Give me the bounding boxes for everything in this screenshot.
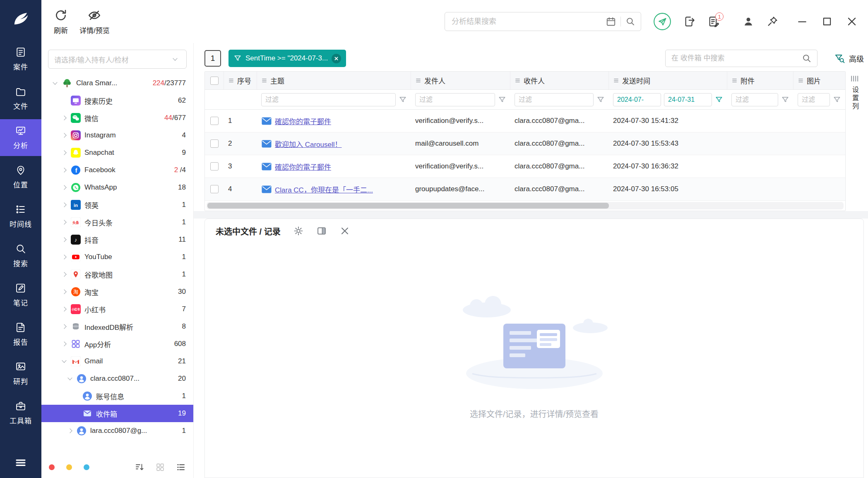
tree-item-facebook[interactable]: f Facebook 2 /4 — [41, 161, 193, 179]
tree-item-clara-root[interactable]: Clara Smar... 224/23777 — [41, 74, 193, 92]
mail-subject-link[interactable]: 歡迎加入 Carousell！ — [275, 139, 342, 149]
row-checkbox[interactable] — [210, 139, 219, 148]
tree-item-whatsapp[interactable]: WhatsApp 18 — [41, 179, 193, 196]
nav-item-research[interactable]: 研判 — [0, 355, 41, 392]
tree-item-toutiao[interactable]: 头条 今日头条 1 — [41, 214, 193, 231]
tree-item-youtube[interactable]: YouTube 1 — [41, 248, 193, 266]
calendar-icon[interactable] — [606, 16, 616, 27]
column-header-index[interactable]: 序号 — [224, 72, 257, 89]
table-row[interactable]: 1 確認你的電子郵件 verification@verify.s... clar… — [205, 110, 845, 132]
collapse-tree-icon[interactable] — [135, 462, 144, 472]
tree-item-wechat[interactable]: 微信 44/677 — [41, 109, 193, 127]
select-all-checkbox[interactable] — [210, 77, 219, 85]
chevron-right-icon[interactable] — [59, 203, 70, 207]
nav-item-search[interactable]: 搜索 — [0, 237, 41, 274]
tree-item-linkedin[interactable]: in 领英 1 — [41, 196, 193, 214]
column-header-attachment[interactable]: 附件 — [727, 72, 793, 89]
column-header-sender[interactable]: 发件人 — [411, 72, 510, 89]
nav-item-case[interactable]: 案件 — [0, 41, 41, 77]
chevron-right-icon[interactable] — [59, 221, 70, 224]
filter-input-image[interactable] — [802, 96, 826, 103]
tree-item-gmail-account-clara[interactable]: clara.ccc0807... 20 — [41, 370, 193, 387]
filter-funnel-icon[interactable] — [833, 96, 841, 104]
nav-item-notes[interactable]: 笔记 — [0, 276, 41, 313]
chevron-down-icon[interactable] — [59, 360, 70, 362]
status-dot-yellow[interactable] — [66, 464, 72, 470]
tree-item-gmail[interactable]: Gmail 21 — [41, 353, 193, 370]
table-row[interactable]: 4 Clara CC，你現在是「一手二... groupupdates@face… — [205, 178, 845, 201]
chevron-right-icon[interactable] — [59, 116, 70, 120]
filter-input-sender[interactable] — [419, 96, 491, 103]
filter-chip[interactable]: SentTime >= "2024-07-3... — [228, 50, 346, 67]
column-header-subject[interactable]: 主题 — [257, 72, 411, 89]
tree-item-douyin[interactable]: ♪ 抖音 11 — [41, 231, 193, 248]
tree-item-gmail-account-lara[interactable]: lara.ccc0807@g... 1 — [41, 422, 193, 440]
export-icon[interactable] — [683, 15, 696, 28]
maximize-button[interactable] — [821, 15, 833, 28]
nav-item-location[interactable]: 位置 — [0, 159, 41, 195]
minimize-button[interactable] — [796, 15, 808, 28]
tree-item-taobao[interactable]: 淘 淘宝 30 — [41, 283, 193, 300]
list-view-icon[interactable] — [176, 462, 186, 472]
global-search[interactable] — [445, 12, 641, 31]
user-icon[interactable] — [742, 15, 755, 28]
chevron-right-icon[interactable] — [59, 290, 70, 293]
column-header-recipient[interactable]: 收件人 — [510, 72, 609, 89]
mail-subject-link[interactable]: 確認你的電子郵件 — [275, 116, 331, 126]
filter-input-subject[interactable] — [265, 96, 392, 103]
close-button[interactable] — [846, 15, 858, 28]
row-checkbox[interactable] — [210, 185, 219, 193]
status-dot-red[interactable] — [49, 464, 55, 470]
table-search-input[interactable] — [671, 54, 798, 62]
tree-item-search-history[interactable]: 搜索历史 62 — [41, 92, 193, 109]
report-tasks-icon[interactable]: 1 — [707, 15, 720, 28]
tree-item-app-analysis[interactable]: App分析 608 — [41, 335, 193, 353]
tree-item-indexeddb[interactable]: IndexedDB解析 8 — [41, 318, 193, 335]
chevron-right-icon[interactable] — [59, 255, 70, 259]
settings-gear-icon[interactable] — [293, 226, 304, 236]
chevron-right-icon[interactable] — [59, 238, 70, 241]
advanced-search-button[interactable]: 高级 — [834, 53, 864, 64]
tree-item-google-maps[interactable]: 谷歌地图 1 — [41, 266, 193, 283]
search-icon[interactable] — [801, 53, 812, 64]
chip-close-icon[interactable] — [332, 54, 341, 63]
nav-item-toolbox[interactable]: 工具箱 — [0, 394, 41, 431]
mail-subject-link[interactable]: 確認你的電子郵件 — [275, 161, 331, 172]
grid-view-icon[interactable] — [155, 462, 165, 472]
filter-funnel-icon-active[interactable] — [715, 96, 723, 104]
filter-funnel-icon[interactable] — [498, 96, 506, 104]
menu-icon[interactable] — [14, 456, 27, 469]
status-dot-blue[interactable] — [84, 464, 89, 470]
table-row[interactable]: 3 確認你的電子郵件 verification@verify.s... clar… — [205, 155, 845, 178]
chevron-right-icon[interactable] — [59, 134, 70, 137]
filter-input-date-to[interactable] — [668, 96, 708, 103]
chevron-right-icon[interactable] — [59, 342, 70, 346]
owner-picker[interactable]: 请选择/输入持有人/检材 — [48, 50, 187, 69]
chevron-down-icon[interactable] — [50, 82, 60, 84]
nav-item-timeline[interactable]: 时间线 — [0, 198, 41, 235]
split-view-icon[interactable] — [316, 226, 327, 236]
scrollbar-thumb[interactable] — [207, 203, 609, 209]
filter-funnel-icon[interactable] — [596, 96, 605, 104]
filter-input-recipient[interactable] — [519, 96, 589, 103]
filter-input-attachment[interactable] — [736, 96, 774, 103]
chevron-right-icon[interactable] — [59, 186, 70, 189]
chevron-right-icon[interactable] — [59, 151, 70, 154]
panel-close-icon[interactable] — [339, 226, 350, 236]
column-header-image[interactable]: 图片 — [793, 72, 845, 89]
tree-item-instagram[interactable]: Instagram 4 — [41, 127, 193, 144]
row-checkbox[interactable] — [210, 162, 219, 171]
tree-item-snapchat[interactable]: Snapchat 9 — [41, 144, 193, 161]
column-settings-button[interactable]: 设置列 — [846, 71, 864, 211]
send-icon[interactable] — [653, 12, 672, 31]
chevron-right-icon[interactable] — [59, 273, 70, 276]
tree-item-xiaohongshu[interactable]: 小红书 小红书 7 — [41, 300, 193, 318]
nav-item-file[interactable]: 文件 — [0, 80, 41, 117]
nav-item-report[interactable]: 报告 — [0, 316, 41, 353]
filter-funnel-icon[interactable] — [399, 96, 407, 104]
refresh-button[interactable]: 刷新 — [54, 8, 68, 35]
preview-toggle-button[interactable]: 详情/预览 — [79, 8, 110, 35]
row-checkbox[interactable] — [210, 117, 219, 125]
filter-funnel-icon[interactable] — [781, 96, 789, 104]
table-search[interactable] — [665, 50, 818, 67]
